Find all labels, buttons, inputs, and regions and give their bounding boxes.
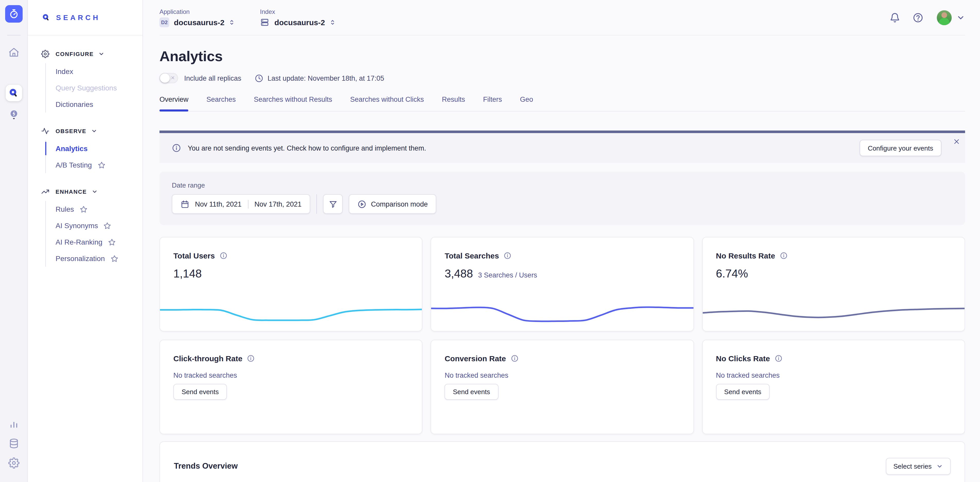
application-selector[interactable]: Application D2 docusaurus-2 [159, 8, 236, 27]
banner-message: You are not sending events yet. Check ho… [188, 144, 426, 152]
tab-searches-without-clicks[interactable]: Searches without Clicks [350, 95, 424, 111]
stopwatch-icon [8, 9, 19, 19]
database-icon [8, 438, 19, 449]
select-series-button[interactable]: Select series [886, 458, 951, 475]
sidebar-item-label: Rules [56, 205, 74, 213]
card-value: 3,488 [445, 267, 473, 281]
updown-chevrons-icon [228, 18, 236, 26]
sidebar-header-enhance[interactable]: ENHANCE [28, 187, 143, 196]
info-icon[interactable] [775, 355, 782, 362]
trending-up-icon [41, 187, 49, 196]
sidebar-item-ai-synonyms[interactable]: AI Synonyms [56, 217, 143, 234]
tab-searches[interactable]: Searches [207, 95, 236, 111]
chevron-down-icon [91, 128, 97, 134]
empty-state-text: No tracked searches [702, 371, 964, 379]
include-replicas-toggle[interactable]: ✕ [159, 73, 178, 83]
close-icon[interactable] [953, 138, 960, 145]
tab-results[interactable]: Results [442, 95, 465, 111]
card-click-through-rate: Click-through Rate No tracked searches S… [159, 340, 423, 434]
card-value: 6.74% [716, 267, 748, 281]
index-selector[interactable]: Index docusaurus-2 [260, 8, 336, 27]
empty-state-text: No tracked searches [160, 371, 422, 379]
section-label: CONFIGURE [56, 51, 94, 57]
empty-state-text: No tracked searches [431, 371, 694, 379]
rail-item-home[interactable] [8, 47, 19, 58]
date-start: Nov 11th, 2021 [195, 200, 242, 208]
clock-icon [255, 74, 263, 82]
sidebar-item-query-suggestions[interactable]: Query Suggestions [56, 80, 143, 96]
send-events-button[interactable]: Send events [716, 384, 770, 400]
sidebar-item-label: A/B Testing [56, 161, 92, 169]
select-series-label: Select series [893, 463, 932, 470]
star-icon [108, 238, 116, 246]
scroll-area: You are not sending events yet. Check ho… [159, 111, 965, 482]
account-chevron-down-icon[interactable] [956, 13, 965, 22]
sidebar-item-ab-testing[interactable]: A/B Testing [56, 157, 143, 173]
sparkline-no-results-rate [702, 295, 964, 325]
date-end: Nov 17th, 2021 [255, 200, 301, 208]
index-icon [260, 17, 270, 27]
sidebar-item-ai-re-ranking[interactable]: AI Re-Ranking [56, 234, 143, 250]
tabs: Overview Searches Searches without Resul… [159, 95, 965, 111]
tab-geo[interactable]: Geo [520, 95, 533, 111]
sidebar-item-personalization[interactable]: Personalization [56, 250, 143, 267]
trends-overview-card: Trends Overview Select series [159, 441, 965, 482]
rail-item-recommend[interactable] [8, 109, 19, 120]
comparison-mode-button[interactable]: Comparison mode [349, 194, 436, 214]
rail-divider [7, 35, 20, 35]
updown-chevrons-icon [328, 18, 336, 26]
vertical-divider [317, 194, 317, 214]
card-title: Total Searches [445, 251, 499, 260]
star-icon [80, 205, 88, 213]
sidebar-header-configure[interactable]: CONFIGURE [28, 50, 143, 58]
sidebar-item-index[interactable]: Index [56, 63, 143, 80]
info-icon[interactable] [247, 355, 255, 362]
send-events-button[interactable]: Send events [173, 384, 227, 400]
product-logo-tile[interactable] [5, 5, 22, 22]
filter-button[interactable] [323, 194, 343, 214]
rail-item-monitoring[interactable] [8, 418, 19, 430]
tab-searches-without-results[interactable]: Searches without Results [254, 95, 332, 111]
toggle-knob [160, 73, 170, 83]
send-events-button[interactable]: Send events [445, 384, 498, 400]
rail-item-search[interactable] [5, 85, 22, 101]
card-title: Conversion Rate [445, 354, 506, 363]
sidebar-item-dictionaries[interactable]: Dictionaries [56, 96, 143, 113]
help-icon[interactable] [913, 12, 923, 23]
search-logo-icon [42, 13, 51, 22]
sidebar-item-label: AI Re-Ranking [56, 238, 102, 246]
info-icon[interactable] [780, 252, 788, 260]
sidebar-item-rules[interactable]: Rules [56, 201, 143, 217]
application-value: docusaurus-2 [174, 18, 224, 27]
activity-icon [41, 127, 49, 135]
chevron-down-icon [936, 463, 943, 470]
sidebar-section-configure: CONFIGURE Index Query Suggestions Dictio… [28, 50, 143, 113]
notifications-bell-icon[interactable] [889, 12, 900, 23]
info-icon[interactable] [504, 252, 511, 260]
product-name: SEARCH [56, 13, 100, 22]
rail-item-settings[interactable] [8, 457, 19, 469]
gear-icon [8, 457, 19, 469]
sparkline-total-searches [431, 295, 694, 325]
sidebar-section-enhance: ENHANCE Rules AI Synonyms AI Re-Ranking … [28, 187, 143, 267]
tab-overview[interactable]: Overview [159, 95, 189, 111]
meta-row: ✕ Include all replicas Last update: Nove… [159, 73, 965, 83]
chevron-down-icon [98, 51, 105, 57]
card-total-searches: Total Searches 3,488 3 Searches / Users [431, 237, 694, 331]
card-no-results-rate: No Results Rate 6.74% [702, 237, 965, 331]
card-no-clicks-rate: No Clicks Rate No tracked searches Send … [702, 340, 965, 434]
sidebar-section-observe: OBSERVE Analytics A/B Testing [28, 127, 143, 173]
date-range-button[interactable]: Nov 11th, 2021 Nov 17th, 2021 [172, 194, 310, 214]
info-icon[interactable] [511, 355, 518, 362]
funnel-icon [328, 200, 337, 208]
tab-filters[interactable]: Filters [483, 95, 502, 111]
product-logo[interactable]: SEARCH [28, 0, 143, 35]
sidebar: SEARCH CONFIGURE Index Query Suggestions… [28, 0, 143, 482]
avatar[interactable] [937, 10, 952, 25]
date-separator [248, 200, 248, 208]
sidebar-item-analytics[interactable]: Analytics [56, 140, 143, 157]
info-icon[interactable] [220, 252, 227, 260]
configure-events-button[interactable]: Configure your events [860, 140, 942, 156]
rail-item-data[interactable] [8, 438, 19, 449]
sidebar-header-observe[interactable]: OBSERVE [28, 127, 143, 135]
